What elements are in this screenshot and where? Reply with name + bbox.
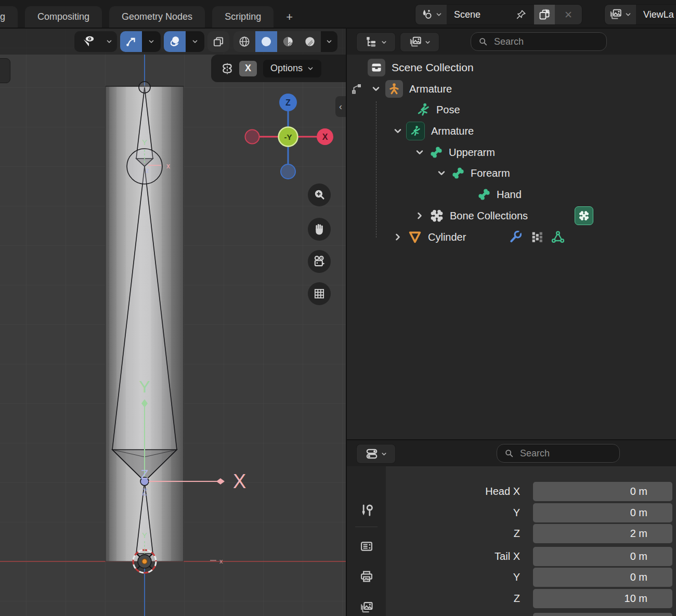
mesh-data-icon[interactable] <box>551 230 565 244</box>
hand-icon <box>312 222 327 237</box>
gizmo-z-label: Z <box>285 98 291 107</box>
properties-search[interactable] <box>497 444 620 463</box>
shading-rendered-button[interactable] <box>299 31 321 52</box>
bone-icon <box>429 145 444 160</box>
editor-type-button[interactable] <box>356 444 396 464</box>
tab-compositing[interactable]: Compositing <box>25 6 102 28</box>
row-pose[interactable]: Pose <box>347 99 676 120</box>
xray-toggle[interactable] <box>207 31 229 52</box>
tab-view-layer[interactable] <box>347 596 386 616</box>
expand-chevron-icon[interactable] <box>393 126 403 136</box>
row-hand[interactable]: Hand <box>347 184 676 205</box>
add-workspace-button[interactable]: + <box>281 6 298 28</box>
row-forearm[interactable]: Forearm <box>347 163 676 184</box>
camera-view-button[interactable] <box>308 250 331 273</box>
gizmo-neg-z-axis[interactable] <box>281 164 295 179</box>
properties-header <box>347 440 676 466</box>
pan-button[interactable] <box>308 218 331 241</box>
shading-dropdown[interactable] <box>321 31 337 52</box>
pin-icon[interactable] <box>515 9 527 20</box>
sidebar-collapse-arrow[interactable]: ‹ <box>335 96 346 117</box>
axis-label-z-lower: Z <box>141 487 148 497</box>
view-layer-name-field[interactable]: ViewLa <box>636 5 676 24</box>
viewport-header <box>0 29 346 55</box>
outliner-search[interactable] <box>471 32 607 51</box>
shading-mode-group <box>233 31 337 52</box>
expand-chevron-icon[interactable] <box>436 168 447 178</box>
next-field-partial[interactable] <box>533 613 672 616</box>
show-gizmo-toggle[interactable] <box>120 31 142 52</box>
joint-ball-tip[interactable] <box>139 82 150 93</box>
chevron-down-icon <box>106 38 113 45</box>
collapse-chevron-icon[interactable] <box>393 232 403 242</box>
gizmo-neg-x-axis[interactable] <box>245 130 259 144</box>
shading-material-button[interactable] <box>277 31 299 52</box>
blender-window: ring Compositing Geometry Nodes Scriptin… <box>0 0 676 616</box>
editor-type-button[interactable] <box>356 32 396 52</box>
collapse-chevron-icon[interactable] <box>414 211 425 221</box>
properties-icon <box>365 447 379 461</box>
expand-chevron-icon[interactable] <box>371 84 381 94</box>
display-mode-button[interactable] <box>400 32 439 52</box>
gizmo-x-label: X <box>322 133 328 141</box>
expand-chevron-icon[interactable] <box>414 147 425 158</box>
properties-tab-strip <box>347 466 386 616</box>
options-menu-button[interactable]: Options <box>263 60 321 77</box>
armature-object-icon <box>385 80 403 98</box>
unlink-scene-button[interactable]: ✕ <box>555 5 582 24</box>
field-label: Y <box>386 503 520 522</box>
toolbar-partial-button[interactable] <box>0 58 10 83</box>
tab-scripting[interactable]: Scripting <box>212 6 274 28</box>
field-label: Y <box>386 568 520 587</box>
axis-label-top-x: x <box>166 162 170 170</box>
overlays-dropdown[interactable] <box>186 31 204 52</box>
tail-z-field[interactable]: 10 m <box>533 589 672 608</box>
mirror-x-toggle[interactable]: X <box>239 61 257 76</box>
tab-tool[interactable] <box>347 499 386 522</box>
view-layer-icon <box>359 600 374 615</box>
view-layer-browse-button[interactable] <box>605 5 636 24</box>
mesh-cylinder-icon <box>407 229 423 245</box>
bone-collections-badge-icon[interactable] <box>575 206 593 225</box>
tail-x-field[interactable]: 0 m <box>533 547 672 566</box>
vertex-groups-icon[interactable] <box>530 230 544 244</box>
outliner-editor: Scene Collection Armature Pose Armature … <box>346 29 676 439</box>
render-icon <box>359 539 374 554</box>
row-upperarm[interactable]: Upperarm <box>347 142 676 163</box>
head-x-field[interactable]: 0 m <box>533 482 672 501</box>
row-scene-collection[interactable]: Scene Collection <box>347 57 676 78</box>
zoom-button[interactable] <box>308 184 331 206</box>
tail-y-field[interactable]: 0 m <box>533 568 672 587</box>
tab-render[interactable] <box>347 535 386 558</box>
scene-name-field[interactable]: Scene <box>447 5 534 24</box>
properties-search-input[interactable] <box>519 448 594 460</box>
search-icon <box>504 449 514 458</box>
chevron-down-icon <box>307 65 314 72</box>
row-armature-data[interactable]: Armature <box>347 121 676 141</box>
row-bone-collections[interactable]: Bone Collections <box>347 205 676 226</box>
duplicate-icon <box>538 8 551 21</box>
tab-rendering-partial[interactable]: ring <box>0 6 18 28</box>
object-origin-dot <box>142 559 147 564</box>
head-z-field[interactable]: 2 m <box>533 524 672 543</box>
collection-icon <box>368 59 385 76</box>
shading-solid-button[interactable] <box>255 31 277 52</box>
object-type-visibility-dropdown[interactable] <box>74 31 117 52</box>
scene-browse-button[interactable] <box>415 5 447 24</box>
view-layer-icon <box>609 8 622 21</box>
viewport-3d[interactable]: Y X Z Z Y x z Y x <box>0 29 346 616</box>
outliner-search-input[interactable] <box>493 36 568 48</box>
tab-output[interactable] <box>347 565 386 588</box>
gizmo-dropdown[interactable] <box>142 31 161 52</box>
shading-wireframe-button[interactable] <box>233 31 255 52</box>
row-armature-object[interactable]: Armature <box>347 78 676 99</box>
new-scene-button[interactable] <box>534 5 555 24</box>
head-y-field[interactable]: 0 m <box>533 503 672 522</box>
tab-geometry-nodes[interactable]: Geometry Nodes <box>109 6 205 28</box>
show-overlays-toggle[interactable] <box>164 31 186 52</box>
modifier-wrench-icon[interactable] <box>508 229 524 245</box>
perspective-toggle-button[interactable] <box>308 282 331 305</box>
navigation-gizmo[interactable]: Z X -Y <box>244 91 333 183</box>
axis-label-root-x: x <box>219 557 223 565</box>
row-cylinder[interactable]: Cylinder <box>347 227 676 247</box>
